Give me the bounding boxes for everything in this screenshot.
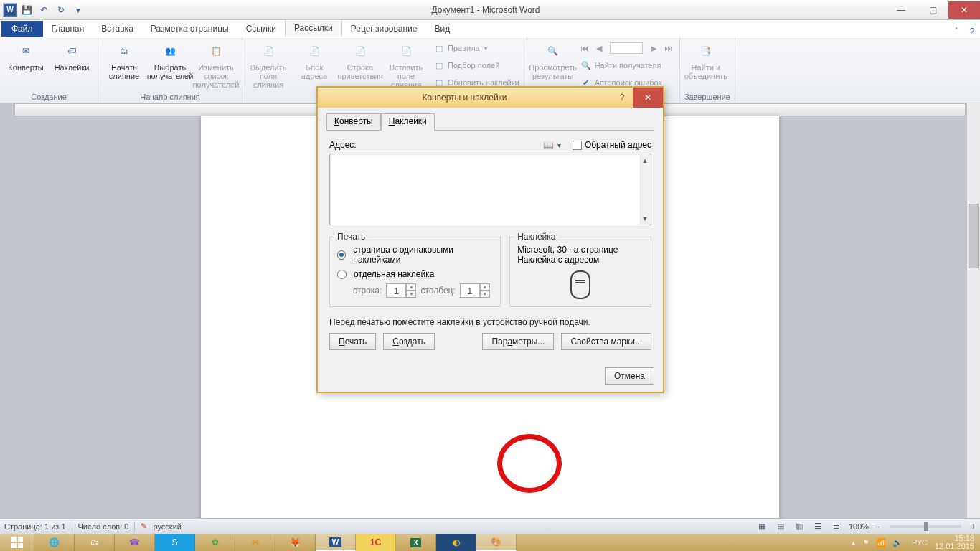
match-icon: ⬚	[433, 60, 445, 71]
tray-network-icon[interactable]: 📶	[876, 538, 886, 547]
group-finish-label: Завершение	[684, 92, 730, 103]
tab-mailings[interactable]: Рассылки	[285, 19, 342, 37]
tab-review[interactable]: Рецензирование	[342, 21, 426, 37]
greeting-icon: 📄	[348, 40, 372, 62]
col-up-icon[interactable]: ▲	[480, 283, 490, 291]
taskbar-excel-icon[interactable]: X	[396, 534, 436, 551]
taskbar-firefox-icon[interactable]: 🦊	[275, 534, 316, 551]
zoom-thumb[interactable]	[924, 522, 928, 531]
btn-address-block: 📄 Блок адреса	[293, 39, 336, 82]
tab-insert[interactable]: Вставка	[93, 21, 142, 37]
btn-insert-merge-field: 📄 Вставить поле слияния	[385, 39, 428, 90]
btn-preview-label: Просмотреть результаты	[529, 63, 577, 80]
zoom-out-button[interactable]: −	[875, 522, 879, 531]
create-button[interactable]: Создать	[383, 333, 435, 350]
taskbar-explorer-icon[interactable]: 🗂	[75, 534, 115, 551]
tab-home[interactable]: Главная	[43, 21, 93, 37]
view-web-icon[interactable]: ▥	[793, 521, 806, 532]
print-legend: Печать	[334, 232, 368, 242]
view-print-layout-icon[interactable]: ▦	[755, 521, 768, 532]
qat-redo-icon[interactable]: ↻	[53, 2, 69, 18]
scrollbar-thumb[interactable]	[969, 204, 979, 268]
svg-rect-2	[11, 543, 17, 548]
tab-references[interactable]: Ссылки	[237, 21, 285, 37]
labels-icon: 🏷	[60, 40, 84, 62]
qat-save-icon[interactable]: 💾	[19, 2, 34, 18]
taskbar-app-icon[interactable]: ◐	[436, 534, 476, 551]
tray-up-icon[interactable]: ▴	[852, 538, 856, 547]
taskbar-icq-icon[interactable]: ✿	[195, 534, 235, 551]
view-fullscreen-icon[interactable]: ▤	[774, 521, 787, 532]
cancel-button[interactable]: Отмена	[605, 367, 654, 385]
row-down-icon[interactable]: ▼	[406, 291, 416, 298]
maximize-button[interactable]: ▢	[917, 1, 948, 19]
view-outline-icon[interactable]: ☰	[811, 521, 824, 532]
status-language[interactable]: русский	[153, 522, 181, 531]
close-button[interactable]: ✕	[948, 1, 980, 19]
btn-envelopes[interactable]: ✉ Конверты	[4, 39, 47, 73]
zoom-slider[interactable]	[890, 525, 961, 528]
manual-feed-hint: Перед печатью поместите наклейки в устро…	[329, 317, 651, 327]
address-scrollbar[interactable]: ▲ ▼	[639, 154, 651, 225]
taskbar-word-icon[interactable]: W	[316, 534, 356, 551]
address-book-icon[interactable]: 📖	[542, 139, 555, 151]
status-page[interactable]: Страница: 1 из 1	[4, 522, 66, 531]
dialog-tab-labels[interactable]: Наклейки	[381, 113, 435, 131]
view-draft-icon[interactable]: ≣	[830, 521, 843, 532]
tray-volume-icon[interactable]: 🔊	[892, 538, 903, 547]
btn-labels[interactable]: 🏷 Наклейки	[50, 39, 93, 73]
btn-rules: ⬚Правила▾	[430, 40, 522, 56]
dialog-close-button[interactable]: ✕	[633, 88, 663, 108]
print-button[interactable]: Печать	[329, 333, 376, 350]
taskbar-skype-icon[interactable]: S	[155, 534, 195, 551]
status-words[interactable]: Число слов: 0	[78, 522, 129, 531]
options-button[interactable]: Параметры...	[482, 333, 554, 350]
svg-rect-0	[11, 537, 17, 542]
col-down-icon[interactable]: ▼	[480, 291, 490, 298]
tray-language[interactable]: РУС	[912, 538, 928, 547]
zoom-in-button[interactable]: +	[971, 522, 976, 531]
vertical-scrollbar[interactable]	[967, 103, 980, 518]
minimize-button[interactable]: —	[885, 1, 917, 19]
proofing-icon[interactable]: ✎	[141, 522, 147, 531]
tray-flag-icon[interactable]: ⚑	[862, 538, 870, 547]
dialog-tab-envelopes[interactable]: Конверты	[326, 113, 381, 131]
start-button[interactable]	[0, 534, 34, 551]
taskbar-outlook-icon[interactable]: ✉	[235, 534, 275, 551]
radio-full-page[interactable]	[337, 250, 346, 260]
status-bar: Страница: 1 из 1 Число слов: 0 ✎ русский…	[0, 518, 980, 534]
radio-single-label[interactable]	[337, 270, 347, 279]
tab-view[interactable]: Вид	[425, 21, 458, 37]
address-dropdown-icon[interactable]: ▾	[555, 141, 564, 149]
btn-select-recipients[interactable]: 👥 Выбрать получателей	[149, 39, 192, 82]
dialog-help-button[interactable]: ?	[611, 93, 633, 103]
col-input[interactable]	[460, 283, 480, 298]
qat-undo-icon[interactable]: ↶	[36, 2, 52, 18]
taskbar-paint-icon[interactable]: 🎨	[476, 534, 517, 551]
col-spinner[interactable]: ▲▼	[460, 283, 490, 298]
scroll-down-icon[interactable]: ▼	[639, 212, 651, 225]
taskbar-viber-icon[interactable]: ☎	[115, 534, 155, 551]
row-spinner[interactable]: ▲▼	[386, 283, 416, 298]
btn-start-merge[interactable]: 🗂 Начать слияние	[103, 39, 146, 82]
address-block-icon: 📄	[302, 40, 326, 62]
row-up-icon[interactable]: ▲	[406, 283, 416, 291]
tab-file[interactable]: Файл	[1, 21, 43, 37]
row-input[interactable]	[386, 283, 406, 298]
label-info-2: Наклейка с адресом	[517, 255, 644, 265]
row-label: строка:	[353, 286, 382, 296]
taskbar-ie-icon[interactable]: 🌐	[34, 534, 75, 551]
zoom-value[interactable]: 100%	[849, 522, 869, 531]
ribbon-minimize-icon[interactable]: ˄	[948, 27, 964, 37]
scroll-up-icon[interactable]: ▲	[639, 154, 651, 166]
dialog-titlebar[interactable]: Конверты и наклейки ? ✕	[318, 88, 663, 108]
tab-layout[interactable]: Разметка страницы	[142, 21, 237, 37]
address-textarea[interactable]: ▲ ▼	[329, 154, 651, 225]
tray-clock[interactable]: 15:18 12.01.2015	[935, 534, 974, 550]
taskbar-1c-icon[interactable]: 1C	[356, 534, 396, 551]
return-address-checkbox[interactable]	[573, 141, 582, 150]
stamp-properties-button[interactable]: Свойства марки...	[561, 333, 651, 350]
help-icon[interactable]: ?	[964, 27, 980, 37]
qat-customize-icon[interactable]: ▾	[70, 2, 86, 18]
taskbar: 🌐 🗂 ☎ S ✿ ✉ 🦊 W 1C X ◐ 🎨 ▴ ⚑ 📶 🔊 РУС 15:…	[0, 534, 980, 551]
